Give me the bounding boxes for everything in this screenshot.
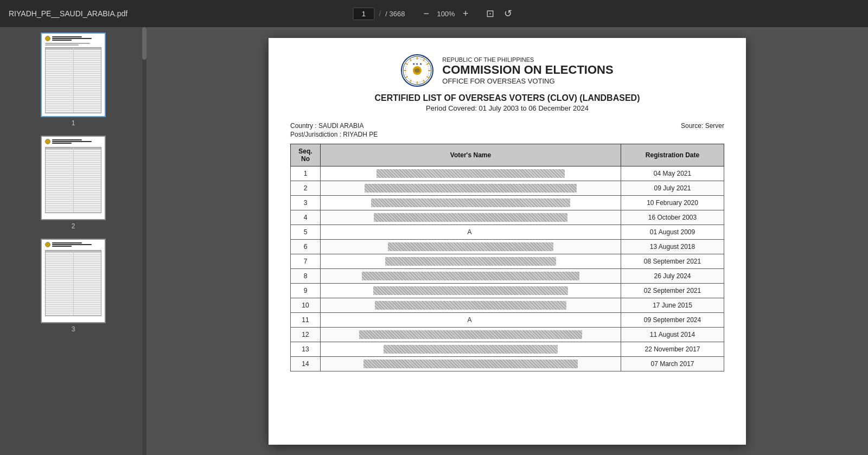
zoom-out-button[interactable]: − <box>420 7 433 21</box>
thumbnail-2[interactable] <box>41 136 106 220</box>
cell-name: A <box>321 225 621 240</box>
cell-date: 01 August 2009 <box>621 225 724 240</box>
cell-name <box>321 240 621 254</box>
page-number-2: 2 <box>72 222 75 230</box>
table-row: 11A09 September 2024 <box>291 313 724 328</box>
document-meta: Country : SAUDI ARABIA Post/Jurisdiction… <box>290 122 724 138</box>
cell-name <box>321 254 621 269</box>
cell-name <box>321 181 621 196</box>
cell-name <box>321 328 621 342</box>
sidebar: 1 <box>0 27 146 455</box>
cell-date: 09 September 2024 <box>621 313 724 328</box>
table-row: 5A01 August 2009 <box>291 225 724 240</box>
cell-date: 08 September 2021 <box>621 254 724 269</box>
cell-date: 22 November 2017 <box>621 342 724 357</box>
table-row: 416 October 2003 <box>291 210 724 225</box>
voters-table: Seq. No Voter's Name Registration Date 1… <box>290 144 724 371</box>
table-row: 310 February 2020 <box>291 196 724 210</box>
header-top: ★ ★ ★ REPUBLIC OF THE PHILIPPINES COMMIS… <box>401 54 613 87</box>
meta-left: Country : SAUDI ARABIA Post/Jurisdiction… <box>290 122 378 138</box>
table-row: 1017 June 2015 <box>291 298 724 313</box>
page-number-3: 3 <box>72 325 75 333</box>
mini-line <box>52 40 72 41</box>
mini-line <box>52 139 82 140</box>
comelec-seal-icon: ★ ★ ★ <box>401 54 433 87</box>
svg-point-16 <box>414 68 420 73</box>
col-seq: Seq. No <box>291 144 321 166</box>
cell-date: 17 June 2015 <box>621 298 724 313</box>
rotate-button[interactable]: ↺ <box>501 7 515 21</box>
clov-title: CERTIFIED LIST OF OVERSEAS VOTERS (CLOV)… <box>375 93 640 103</box>
mini-line <box>45 44 79 46</box>
cell-date: 09 July 2021 <box>621 181 724 196</box>
table-row: 708 September 2021 <box>291 254 724 269</box>
pdf-viewer: ★ ★ ★ REPUBLIC OF THE PHILIPPINES COMMIS… <box>146 27 868 455</box>
mini-line <box>45 43 90 44</box>
period-label: Period Covered: 01 July 2003 to 06 Decem… <box>426 104 589 112</box>
page-number-input[interactable] <box>353 8 374 20</box>
table-header-row: Seq. No Voter's Name Registration Date <box>291 144 724 166</box>
table-row: 209 July 2021 <box>291 181 724 196</box>
mini-line <box>52 246 72 247</box>
cell-name: A <box>321 313 621 328</box>
cell-date: 04 May 2021 <box>621 166 724 181</box>
toolbar-center: / / 3668 − 100% + ⊡ ↺ <box>353 7 515 21</box>
mini-line <box>52 38 92 39</box>
cell-name <box>321 269 621 284</box>
mini-line <box>52 242 82 243</box>
fit-page-button[interactable]: ⊡ <box>483 7 497 21</box>
table-row: 902 September 2021 <box>291 284 724 298</box>
toolbar: RIYADH_PE__SAUDI_ARABIA.pdf / / 3668 − 1… <box>0 0 868 27</box>
cell-seq: 5 <box>291 225 321 240</box>
mini-line <box>52 36 82 37</box>
cell-seq: 3 <box>291 196 321 210</box>
cell-seq: 2 <box>291 181 321 196</box>
zoom-in-button[interactable]: + <box>459 7 472 21</box>
cell-seq: 4 <box>291 210 321 225</box>
cell-seq: 9 <box>291 284 321 298</box>
table-row: 1211 August 2014 <box>291 328 724 342</box>
svg-text:★ ★ ★: ★ ★ ★ <box>412 62 422 66</box>
thumbnail-1[interactable] <box>41 33 106 117</box>
document-titles: REPUBLIC OF THE PHILIPPINES COMMISSION O… <box>442 56 613 85</box>
zoom-level-label: 100% <box>436 10 456 18</box>
cell-seq: 10 <box>291 298 321 313</box>
page-number-1: 1 <box>72 119 75 127</box>
document-header: ★ ★ ★ REPUBLIC OF THE PHILIPPINES COMMIS… <box>290 54 724 112</box>
jurisdiction-label: Post/Jurisdiction : RIYADH PE <box>290 131 378 138</box>
mini-logo-3 <box>45 242 50 247</box>
mini-logo-1 <box>45 36 50 41</box>
source-label: Source: Server <box>681 122 724 138</box>
cell-seq: 14 <box>291 357 321 371</box>
cell-seq: 12 <box>291 328 321 342</box>
cell-name <box>321 284 621 298</box>
table-row: 1407 March 2017 <box>291 357 724 371</box>
cell-name <box>321 342 621 357</box>
mini-line <box>52 141 92 142</box>
sidebar-item-page-2[interactable]: 2 <box>4 136 142 230</box>
cell-name <box>321 196 621 210</box>
cell-seq: 7 <box>291 254 321 269</box>
cell-name <box>321 166 621 181</box>
cell-name <box>321 357 621 371</box>
cell-seq: 13 <box>291 342 321 357</box>
table-row: 613 August 2018 <box>291 240 724 254</box>
col-date: Registration Date <box>621 144 724 166</box>
cell-date: 16 October 2003 <box>621 210 724 225</box>
mini-logo-2 <box>45 139 50 144</box>
cell-date: 26 July 2024 <box>621 269 724 284</box>
country-label: Country : SAUDI ARABIA <box>290 122 378 130</box>
commission-label: COMMISSION ON ELECTIONS <box>442 63 613 77</box>
thumbnail-3[interactable] <box>41 239 106 323</box>
cell-name <box>321 298 621 313</box>
cell-date: 02 September 2021 <box>621 284 724 298</box>
table-row: 104 May 2021 <box>291 166 724 181</box>
page-separator: / <box>379 9 381 18</box>
cell-seq: 11 <box>291 313 321 328</box>
table-row: 826 July 2024 <box>291 269 724 284</box>
sidebar-item-page-3[interactable]: 3 <box>4 239 142 333</box>
sidebar-item-page-1[interactable]: 1 <box>4 33 142 127</box>
cell-date: 07 March 2017 <box>621 357 724 371</box>
cell-seq: 8 <box>291 269 321 284</box>
cell-name <box>321 210 621 225</box>
